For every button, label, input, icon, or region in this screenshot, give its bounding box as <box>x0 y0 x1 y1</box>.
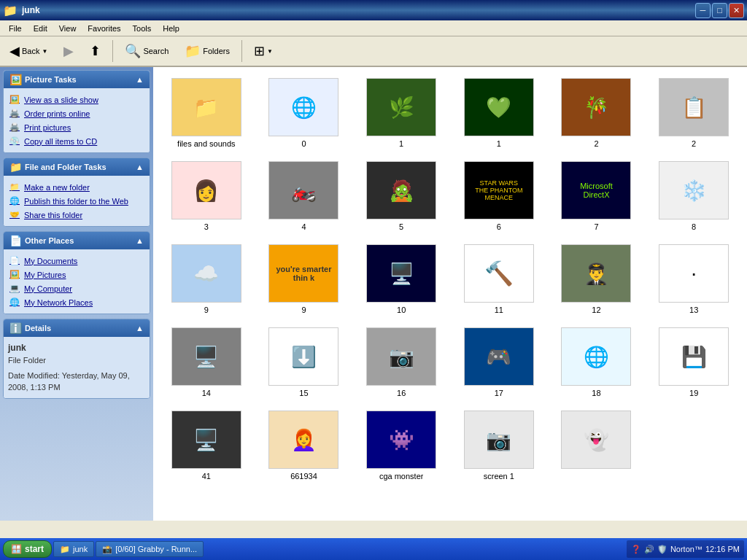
thumb-item-8[interactable]: 🧟5 <box>354 156 449 236</box>
my-pictures-icon: 🖼️ <box>9 270 20 279</box>
close-button[interactable]: ✕ <box>729 3 744 18</box>
new-folder-label: Make a new folder <box>24 183 90 192</box>
menu-file[interactable]: File <box>3 23 28 34</box>
folders-button[interactable]: 📁 Folders <box>178 39 236 63</box>
start-button[interactable]: 🪟 start <box>3 540 52 558</box>
search-label: Search <box>143 47 169 55</box>
norton-label: Norton™ <box>670 545 703 553</box>
thumb-item-0[interactable]: 📁files and sounds <box>159 73 254 153</box>
folders-label: Folders <box>203 47 230 55</box>
menu-view[interactable]: View <box>53 23 82 34</box>
forward-button[interactable]: ▶ <box>57 39 80 63</box>
other-places-header[interactable]: 📄 Other Places ▲ <box>4 232 150 249</box>
thumb-label-21: 17 <box>495 389 503 397</box>
thumb-item-5[interactable]: 📋2 <box>646 73 741 153</box>
thumb-item-11[interactable]: ❄️8 <box>646 156 741 236</box>
thumb-item-25[interactable]: 👩‍🦰661934 <box>257 405 352 486</box>
new-folder-link[interactable]: 📁 Make a new folder <box>8 180 145 194</box>
thumb-label-14: 10 <box>397 306 406 314</box>
back-button[interactable]: ◀ Back ▼ <box>3 39 54 63</box>
search-button[interactable]: 🔍 Search <box>118 39 175 63</box>
picture-tasks-header[interactable]: 🖼️ Picture Tasks ▲ <box>4 71 150 88</box>
thumb-label-17: 13 <box>689 306 698 314</box>
content-area[interactable]: 📁files and sounds🌐0🌿1💚1🎋2📋2👩3🏍️4🧟5STAR W… <box>153 67 747 521</box>
thumb-label-2: 1 <box>399 139 403 148</box>
thumb-item-3[interactable]: 💚1 <box>452 73 546 153</box>
file-folder-tasks-header[interactable]: 📁 File and Folder Tasks ▲ <box>4 158 150 176</box>
thumb-item-6[interactable]: 👩3 <box>159 156 254 236</box>
menu-tools[interactable]: Tools <box>127 23 158 34</box>
thumb-item-7[interactable]: 🏍️4 <box>257 156 352 236</box>
thumbnail-grid: 📁files and sounds🌐0🌿1💚1🎋2📋2👩3🏍️4🧟5STAR W… <box>159 73 741 486</box>
thumb-item-10[interactable]: Microsoft DirectX7 <box>549 156 644 236</box>
active-window-junk[interactable]: 📁 junk <box>53 541 94 557</box>
thumb-image-0: 📁 <box>171 78 241 136</box>
minimize-button[interactable]: ─ <box>695 3 711 18</box>
share-icon: 🤝 <box>9 210 20 219</box>
details-body: junk File Folder Date Modified: Yesterda… <box>4 337 150 398</box>
thumb-item-2[interactable]: 🌿1 <box>354 73 449 153</box>
menu-edit[interactable]: Edit <box>28 23 53 34</box>
thumb-label-12: 9 <box>204 306 209 314</box>
thumb-image-13: you're smarter thin k <box>268 244 338 303</box>
my-pictures-link[interactable]: 🖼️ My Pictures <box>8 268 145 281</box>
order-prints-link[interactable]: 🖨️ Order prints online <box>8 106 145 120</box>
thumb-item-23[interactable]: 💾19 <box>646 322 741 402</box>
thumb-item-4[interactable]: 🎋2 <box>549 73 644 153</box>
thumb-item-17[interactable]: ·13 <box>646 239 741 319</box>
thumb-label-8: 5 <box>399 222 403 231</box>
thumb-item-26[interactable]: 👾cga monster <box>354 405 449 486</box>
menu-help[interactable]: Help <box>157 23 185 34</box>
thumb-item-24[interactable]: 🖥️41 <box>159 405 254 486</box>
my-documents-link[interactable]: 📄 My Documents <box>8 254 145 268</box>
thumb-image-12: ☁️ <box>171 244 241 303</box>
my-computer-link[interactable]: 💻 My Computer <box>8 281 145 295</box>
views-button[interactable]: ⊞ ▼ <box>247 39 279 63</box>
thumb-image-25: 👩‍🦰 <box>268 411 338 469</box>
file-folder-icon: 📁 <box>9 161 22 173</box>
menu-favorites[interactable]: Favorites <box>82 23 126 34</box>
up-button[interactable]: ⬆ <box>83 39 107 63</box>
grabby-window[interactable]: 📸 [0/60] Grabby - Runn... <box>96 541 204 557</box>
main-area: 🖼️ Picture Tasks ▲ 🖼️ View as a slide sh… <box>0 67 747 521</box>
copy-to-cd-link[interactable]: 💿 Copy all items to CD <box>8 134 145 148</box>
thumb-item-1[interactable]: 🌐0 <box>257 73 352 153</box>
thumb-image-8: 🧟 <box>366 161 436 219</box>
view-slideshow-link[interactable]: 🖼️ View as a slide show <box>8 93 145 106</box>
back-dropdown-icon[interactable]: ▼ <box>42 48 47 55</box>
thumb-label-15: 11 <box>495 306 503 314</box>
views-dropdown-icon[interactable]: ▼ <box>267 48 273 55</box>
print-pictures-link[interactable]: 🖨️ Print pictures <box>8 120 145 134</box>
thumb-item-22[interactable]: 🌐18 <box>549 322 644 402</box>
thumb-item-20[interactable]: 📷16 <box>354 322 449 402</box>
titlebar: 📁 junk ─ □ ✕ <box>0 0 747 20</box>
thumb-item-15[interactable]: 🔨11 <box>452 239 546 319</box>
picture-tasks-title: Picture Tasks <box>25 75 77 84</box>
thumb-item-21[interactable]: 🎮17 <box>452 322 546 402</box>
my-network-places-link[interactable]: 🌐 My Network Places <box>8 295 145 309</box>
thumb-item-9[interactable]: STAR WARS THE PHANTOM MENACE6 <box>452 156 546 236</box>
publish-folder-link[interactable]: 🌐 Publish this folder to the Web <box>8 194 145 208</box>
thumb-item-28[interactable]: 👻 <box>549 405 644 486</box>
thumb-label-3: 1 <box>497 139 501 148</box>
thumb-label-18: 14 <box>202 389 211 397</box>
thumb-image-28: 👻 <box>561 411 631 469</box>
thumb-item-12[interactable]: ☁️9 <box>159 239 254 319</box>
share-folder-link[interactable]: 🤝 Share this folder <box>8 208 145 222</box>
start-label: start <box>25 544 44 554</box>
maximize-button[interactable]: □ <box>712 3 727 18</box>
other-places-body: 📄 My Documents 🖼️ My Pictures 💻 My Compu… <box>4 249 150 314</box>
details-folder-type: File Folder <box>8 354 145 367</box>
thumb-item-13[interactable]: you're smarter thin k9 <box>257 239 352 319</box>
thumb-item-14[interactable]: 🖥️10 <box>354 239 449 319</box>
up-icon: ⬆ <box>90 43 101 59</box>
start-icon: 🪟 <box>11 544 22 554</box>
thumb-item-18[interactable]: 🖥️14 <box>159 322 254 402</box>
thumb-item-16[interactable]: 👨‍✈️12 <box>549 239 644 319</box>
thumb-image-14: 🖥️ <box>366 244 436 303</box>
thumb-item-19[interactable]: ⬇️15 <box>257 322 352 402</box>
junk-icon: 📁 <box>60 545 70 554</box>
thumb-image-5: 📋 <box>659 78 729 136</box>
details-header[interactable]: ℹ️ Details ▲ <box>4 319 150 337</box>
thumb-item-27[interactable]: 📷screen 1 <box>452 405 546 486</box>
